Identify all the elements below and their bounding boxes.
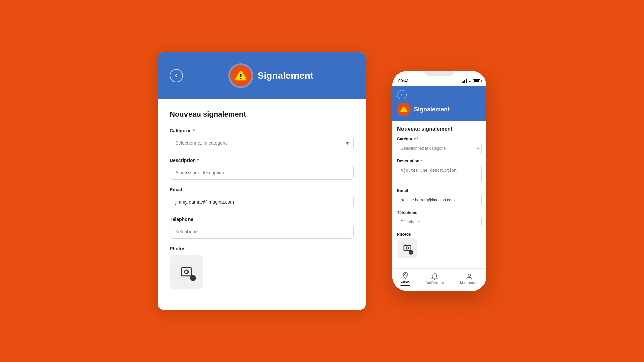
phone-header: Signalement bbox=[392, 86, 486, 121]
desktop-telephone-label: Téléphone bbox=[170, 217, 354, 222]
nav-mon-compte-label: Mon compte bbox=[460, 281, 478, 285]
phone-description-textarea[interactable] bbox=[397, 165, 482, 182]
svg-line-11 bbox=[409, 244, 409, 245]
svg-rect-8 bbox=[404, 245, 411, 250]
phone-back-row bbox=[397, 90, 482, 99]
desktop-categorie-select-wrapper: Sélectionnez la catégorie ▾ bbox=[170, 136, 354, 150]
desktop-photos-group: Photos + bbox=[170, 246, 354, 289]
desktop-description-input[interactable] bbox=[170, 166, 354, 180]
desktop-email-group: Email bbox=[170, 187, 354, 209]
desktop-back-button[interactable] bbox=[170, 69, 183, 82]
desktop-email-label: Email bbox=[170, 187, 354, 192]
desktop-card: Signalement Nouveau signalement Catégori… bbox=[158, 52, 366, 310]
svg-point-13 bbox=[468, 274, 470, 276]
phone-description-group: Description * bbox=[397, 159, 482, 184]
nav-item-mon-compte[interactable]: Mon compte bbox=[460, 273, 478, 285]
phone-content: Signalement Nouveau signalement Catégori… bbox=[392, 86, 486, 291]
desktop-header-title: Signalement bbox=[258, 70, 313, 81]
phone-telephone-group: Téléphone bbox=[397, 210, 482, 227]
map-pin-icon bbox=[401, 272, 409, 279]
user-icon bbox=[466, 273, 473, 280]
battery-icon bbox=[473, 79, 480, 83]
phone-photos-group: Photos + bbox=[397, 232, 482, 258]
svg-point-3 bbox=[185, 270, 188, 274]
desktop-email-input[interactable] bbox=[170, 195, 354, 209]
svg-point-1 bbox=[240, 78, 241, 79]
phone-email-group: Email bbox=[397, 188, 482, 205]
svg-point-12 bbox=[404, 274, 406, 275]
phone-bottom-nav: Lieux Notifications Mon compte bbox=[392, 268, 486, 291]
phone-description-label: Description * bbox=[397, 159, 482, 163]
desktop-header: Signalement bbox=[158, 52, 366, 99]
phone-back-button[interactable] bbox=[397, 90, 407, 99]
desktop-categorie-select[interactable]: Sélectionnez la catégorie bbox=[170, 136, 354, 150]
phone-categorie-group: Catégorie * Sélectionnez la catégorie ▾ bbox=[397, 137, 482, 154]
nav-item-notifications[interactable]: Notifications bbox=[426, 273, 444, 285]
phone-alert-icon bbox=[397, 103, 411, 116]
phone-telephone-input[interactable] bbox=[397, 217, 482, 227]
svg-line-5 bbox=[189, 267, 190, 268]
phone-photos-label: Photos bbox=[397, 232, 482, 237]
nav-lieux-label: Lieux bbox=[401, 280, 410, 283]
phone-status-icons: ▲ bbox=[462, 79, 480, 83]
phone-time: 09:41 bbox=[398, 79, 409, 83]
phone-categorie-select-wrapper: Sélectionnez la catégorie ▾ bbox=[397, 143, 482, 154]
svg-point-9 bbox=[406, 247, 409, 249]
phone-email-input[interactable] bbox=[397, 195, 482, 205]
svg-line-4 bbox=[184, 267, 185, 268]
svg-point-7 bbox=[404, 111, 404, 111]
nav-notifications-label: Notifications bbox=[426, 281, 444, 285]
phone-form-body: Nouveau signalement Catégorie * Sélectio… bbox=[392, 121, 486, 268]
phone-categorie-label: Catégorie * bbox=[397, 137, 482, 141]
wifi-icon: ▲ bbox=[468, 79, 472, 83]
svg-line-10 bbox=[405, 244, 406, 245]
desktop-photos-label: Photos bbox=[170, 246, 354, 251]
desktop-telephone-group: Téléphone bbox=[170, 217, 354, 239]
svg-rect-2 bbox=[181, 268, 192, 276]
phone-categorie-select[interactable]: Sélectionnez la catégorie bbox=[397, 143, 482, 154]
phone-photo-upload-button[interactable]: + bbox=[397, 238, 417, 258]
desktop-form-body: Nouveau signalement Catégorie * Sélectio… bbox=[158, 99, 366, 310]
phone-form-title: Nouveau signalement bbox=[397, 126, 482, 132]
desktop-description-label: Description * bbox=[170, 158, 354, 163]
photo-add-icon: + bbox=[180, 265, 193, 280]
bell-icon bbox=[431, 273, 438, 280]
plus-badge: + bbox=[190, 275, 196, 281]
signal-icon bbox=[462, 79, 467, 83]
desktop-form-title: Nouveau signalement bbox=[170, 110, 354, 119]
phone-telephone-label: Téléphone bbox=[397, 210, 482, 215]
phone-photo-add-icon: + bbox=[402, 243, 412, 254]
desktop-categorie-label: Catégorie * bbox=[170, 128, 354, 133]
desktop-description-group: Description * bbox=[170, 158, 354, 180]
phone-notch bbox=[424, 71, 454, 76]
nav-item-lieux[interactable]: Lieux bbox=[400, 272, 410, 286]
desktop-photo-upload-button[interactable]: + bbox=[170, 255, 203, 289]
nav-active-underline bbox=[400, 285, 410, 286]
phone-header-inner: Signalement bbox=[397, 103, 482, 116]
desktop-telephone-input[interactable] bbox=[170, 225, 354, 239]
mobile-phone: 09:41 ▲ bbox=[392, 71, 486, 291]
phone-email-label: Email bbox=[397, 188, 482, 193]
desktop-categorie-group: Catégorie * Sélectionnez la catégorie ▾ bbox=[170, 128, 354, 150]
phone-header-title: Signalement bbox=[414, 106, 450, 113]
alert-icon bbox=[230, 65, 252, 86]
phone-status-bar: 09:41 ▲ bbox=[392, 74, 486, 86]
phone-plus-badge: + bbox=[409, 250, 413, 255]
